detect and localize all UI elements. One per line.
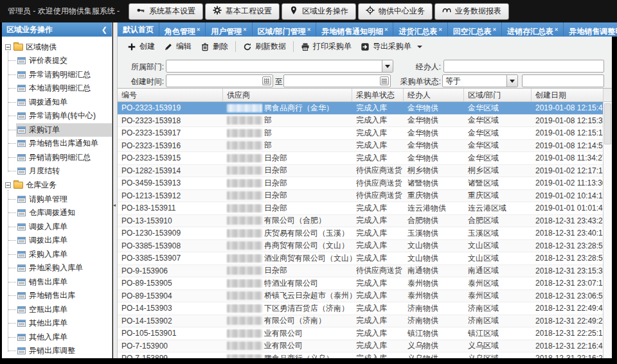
- tree-item[interactable]: 异销出库调整: [2, 344, 112, 358]
- chevron-down-icon[interactable]: [382, 60, 393, 72]
- tree-item[interactable]: 月度结转: [2, 164, 112, 178]
- tree-item[interactable]: 异常请购单(转中心): [2, 109, 112, 123]
- tree-item-body[interactable]: 异销出库调整: [16, 344, 112, 358]
- tab[interactable]: 进货汇总表×: [393, 22, 447, 37]
- tree-item[interactable]: 采购入库单: [2, 248, 112, 262]
- tab[interactable]: 进销存汇总表×: [502, 22, 564, 37]
- tab[interactable]: 异地销售调整明细×: [564, 22, 617, 37]
- close-tab-icon[interactable]: ×: [493, 26, 496, 33]
- tree-item-body[interactable]: 调拨入库单: [16, 220, 112, 234]
- tree-item-body[interactable]: 空瓶出库单: [16, 303, 112, 317]
- handler-input[interactable]: [443, 60, 604, 73]
- splitter-collapse-icon[interactable]: ◂: [113, 202, 116, 208]
- tree-item-body[interactable]: 其他入库单: [16, 331, 112, 345]
- table-row[interactable]: PO-89-153904桥镇飞云日杂超市（泰州）完成入库泰州物供泰州区域2018…: [118, 290, 603, 303]
- tree-item[interactable]: 调拨通知单: [2, 96, 112, 110]
- tree-item-body[interactable]: 销售出库单: [16, 275, 112, 290]
- tree-item[interactable]: 调拨入库单: [2, 220, 112, 234]
- collapse-sidebar-icon[interactable]: ❮: [102, 26, 107, 34]
- tree-group-root[interactable]: 区域物供: [2, 40, 112, 54]
- date-to-input[interactable]: [283, 74, 391, 87]
- tree-item[interactable]: 评价表提交: [2, 54, 112, 68]
- tree-item-body[interactable]: 采购入库单: [16, 248, 112, 262]
- table-row[interactable]: PO-2323-153919腾食品商行（金华）完成入库金华物供金华区域2019-…: [118, 102, 603, 115]
- tree-item[interactable]: 异销请购明细汇总: [2, 151, 112, 165]
- vertical-scrollbar[interactable]: [603, 89, 612, 358]
- tree-item[interactable]: 调拨出库单: [2, 234, 112, 248]
- table-row[interactable]: PO-3459-153913日杂部待供应商送货诸暨物供诸暨区域2019-01-0…: [118, 177, 603, 190]
- tree-item[interactable]: 采购订单: [2, 123, 112, 137]
- tree-item-body[interactable]: 异常请购单(转中心): [16, 109, 112, 123]
- tab[interactable]: 回空汇总表×: [448, 22, 502, 37]
- tree-item-body[interactable]: 异销请购明细汇总: [16, 151, 112, 165]
- table-row[interactable]: PO-1230-153909庆贸易有限公司（玉溪）完成入库玉溪物供玉溪区域201…: [118, 227, 603, 240]
- column-header[interactable]: 区域/部门: [464, 89, 532, 101]
- toolbar-button[interactable]: 刷新数据: [238, 39, 291, 55]
- tab[interactable]: 用户管理×: [206, 22, 252, 37]
- tree-item-body[interactable]: 异常请购明细汇总: [16, 68, 112, 82]
- table-row[interactable]: PO-9-153906日杂部待供应商送货南通物供南通区域2018-12-31 2…: [118, 265, 603, 278]
- collapse-node-icon[interactable]: [5, 44, 11, 50]
- tree-item-body[interactable]: 采购订单: [16, 123, 112, 137]
- tree-item-body[interactable]: 调拨通知单: [16, 96, 112, 110]
- menu-button[interactable]: 业务数据报表: [434, 3, 509, 20]
- tree-group-root[interactable]: 仓库业务: [2, 178, 112, 193]
- calendar-icon[interactable]: [262, 76, 271, 85]
- tab[interactable]: 角色管理×: [159, 22, 206, 37]
- close-tab-icon[interactable]: ×: [197, 26, 200, 33]
- table-row[interactable]: PO-183-153911日杂部完成入库连云港物供连云港区域2019-01-01…: [118, 202, 603, 215]
- department-select[interactable]: [166, 60, 393, 73]
- close-tab-icon[interactable]: ×: [243, 26, 246, 33]
- column-header[interactable]: 创建日期: [532, 89, 603, 101]
- calendar-icon[interactable]: [380, 76, 389, 85]
- table-row[interactable]: PO-2323-153916部完成入库金华物供金华区域2019-01-08 12…: [118, 140, 603, 153]
- table-row[interactable]: PO-89-153905特酒业有限公司完成入库泰州物供泰州区域2018-12-3…: [118, 277, 603, 290]
- table-row[interactable]: PO-7-153900业有限公司完成入库义乌物供义乌区域2018-12-31 2…: [118, 340, 603, 353]
- table-row[interactable]: PO-14-153902有限公司（济南）完成入库济南物供济南区域2018-12-…: [118, 315, 603, 328]
- toolbar-button[interactable]: 编辑: [159, 39, 196, 55]
- tab[interactable]: 默认首页: [118, 22, 159, 37]
- tree-item[interactable]: 本地请购明细汇总: [2, 82, 112, 96]
- table-row[interactable]: PO-7-153899腾食品商行（义乌）完成入库义乌物供义乌区域2018-12-…: [118, 352, 603, 358]
- tree-item[interactable]: 其他出库单: [2, 316, 112, 331]
- toolbar-button[interactable]: 删除: [196, 39, 233, 55]
- tree-item-body[interactable]: 调拨出库单: [16, 234, 112, 248]
- tree-item[interactable]: 销售出库单: [2, 275, 112, 290]
- menu-button[interactable]: 物供中心业务: [358, 3, 433, 20]
- scrollbar-thumb[interactable]: [604, 103, 611, 144]
- close-tab-icon[interactable]: ×: [438, 26, 442, 33]
- column-header[interactable]: 采购单状态: [352, 89, 404, 101]
- close-tab-icon[interactable]: ×: [555, 26, 558, 33]
- tree-item[interactable]: 其他入库单: [2, 331, 112, 345]
- date-from-input[interactable]: [166, 74, 273, 87]
- tree-item-body[interactable]: 异地销售出库通知单: [16, 137, 112, 151]
- table-row[interactable]: PO-1282-153914日杂部待供应商送货桐乡物供桐乡区域2019-01-0…: [118, 165, 603, 178]
- tree-item[interactable]: 异地采购入库单: [2, 261, 112, 275]
- tree-item-body[interactable]: 月度结转: [16, 164, 112, 178]
- tab[interactable]: 区域/部门管理×: [253, 22, 317, 37]
- tree-item-body[interactable]: 其他出库单: [16, 316, 112, 331]
- menu-button[interactable]: 区域业务操作: [282, 3, 356, 20]
- column-header[interactable]: 经办人: [404, 89, 464, 101]
- table-row[interactable]: PO-14-153903下区勇清百货店（济南）完成入库济南物供济南区域2018-…: [118, 302, 603, 315]
- panel-splitter[interactable]: ◂: [113, 22, 118, 358]
- tree-item-body[interactable]: 本地请购明细汇总: [16, 82, 112, 96]
- column-header[interactable]: 编号: [118, 89, 223, 101]
- table-row[interactable]: PO-13-153910有限公司（合肥）完成入库合肥物供合肥区域2018-12-…: [118, 215, 603, 228]
- tree-item-body[interactable]: 请购单管理: [16, 193, 112, 207]
- close-tab-icon[interactable]: ×: [307, 26, 310, 33]
- tree-item[interactable]: 异地销售出库: [2, 289, 112, 303]
- table-row[interactable]: PO-2323-153915日杂部完成入库金华物供金华区域2019-01-08 …: [118, 152, 603, 165]
- tree-item[interactable]: 空瓶出库单: [2, 303, 112, 317]
- table-row[interactable]: PO-3385-153907酒业商贸有限公司（文山）完成入库文山物供文山区域20…: [118, 252, 603, 265]
- toolbar-button[interactable]: 创建: [123, 39, 159, 55]
- collapse-node-icon[interactable]: [5, 182, 11, 188]
- toolbar-button[interactable]: 导出采购单: [356, 39, 427, 55]
- table-row[interactable]: PO-3385-153908冉商贸有限公司（文山）完成入库文山物供文山区域201…: [118, 240, 603, 253]
- tree-item-body[interactable]: 仓库调拨通知: [16, 206, 112, 220]
- table-row[interactable]: PO-105-153901业有限公司完成入库镇江物供镇江区域2018-12-31…: [118, 327, 603, 340]
- tree-item-body[interactable]: 异地采购入库单: [16, 261, 112, 275]
- menu-button[interactable]: 系统基本设置: [129, 3, 203, 20]
- table-row[interactable]: PO-1213-153912日杂部待供应商送货重庆物供重庆区域2019-01-0…: [118, 190, 603, 203]
- status-value-input[interactable]: [522, 74, 604, 87]
